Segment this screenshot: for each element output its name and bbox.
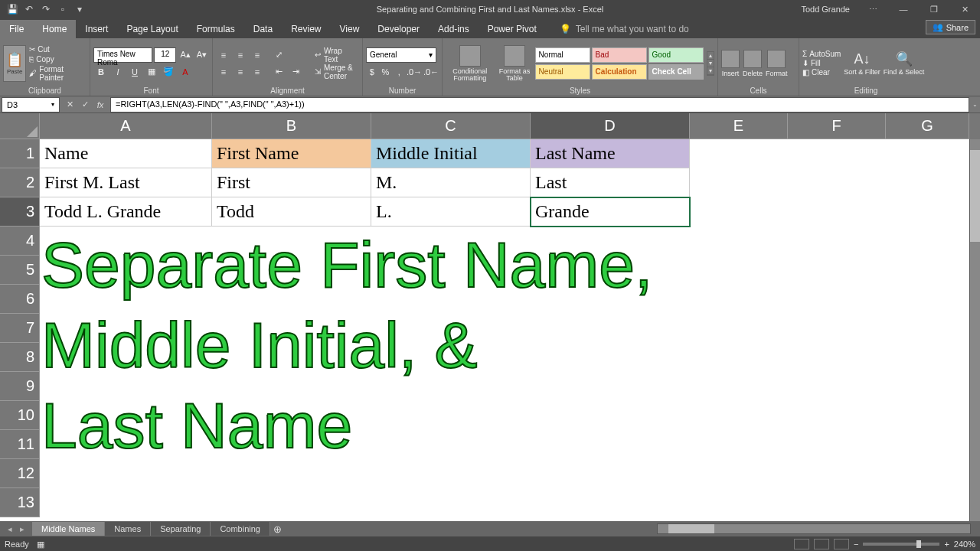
comma-format-button[interactable]: , bbox=[393, 64, 405, 80]
delete-cells-button[interactable]: Delete bbox=[743, 50, 763, 77]
cell-e3[interactable] bbox=[690, 197, 788, 227]
wrap-text-button[interactable]: ↩Wrap Text bbox=[311, 47, 359, 63]
share-button[interactable]: 👥 Share bbox=[926, 20, 975, 34]
find-select-button[interactable]: 🔍Find & Select bbox=[884, 51, 925, 76]
merge-center-button[interactable]: ⇲Merge & Center bbox=[311, 64, 359, 80]
row-10-cells[interactable] bbox=[40, 401, 969, 430]
tab-file[interactable]: File bbox=[0, 20, 33, 38]
formula-input[interactable]: =RIGHT(A3,LEN(A3)-FIND(" ",A3,FIND(" ",A… bbox=[110, 97, 969, 112]
col-header-e[interactable]: E bbox=[690, 113, 788, 139]
row-header-11[interactable]: 11 bbox=[0, 430, 40, 459]
align-bottom-button[interactable]: ≡ bbox=[250, 47, 265, 63]
sheet-nav-prev[interactable]: ◂ bbox=[5, 524, 15, 534]
new-icon[interactable]: ▫ bbox=[57, 3, 69, 15]
cell-a2[interactable]: First M. Last bbox=[40, 168, 212, 197]
zoom-in-button[interactable]: + bbox=[944, 540, 949, 549]
tab-formulas[interactable]: Formulas bbox=[188, 20, 244, 38]
macro-record-icon[interactable]: ▦ bbox=[37, 540, 44, 549]
row-12-cells[interactable] bbox=[40, 459, 969, 488]
align-left-button[interactable]: ≡ bbox=[216, 64, 231, 80]
row-header-9[interactable]: 9 bbox=[0, 372, 40, 401]
cell-d1[interactable]: Last Name bbox=[531, 139, 690, 168]
sort-filter-button[interactable]: A↓Sort & Filter bbox=[844, 51, 880, 76]
cut-button[interactable]: ✂Cut bbox=[29, 45, 87, 54]
tab-view[interactable]: View bbox=[331, 20, 369, 38]
cell-b2[interactable]: First bbox=[212, 168, 371, 197]
hscroll-thumb[interactable] bbox=[668, 524, 714, 533]
style-normal[interactable]: Normal bbox=[535, 47, 590, 63]
sheet-nav-next[interactable]: ▸ bbox=[17, 524, 28, 534]
style-calculation[interactable]: Calculation bbox=[592, 64, 647, 80]
close-button[interactable]: ✕ bbox=[949, 0, 980, 18]
col-header-g[interactable]: G bbox=[886, 113, 969, 139]
copy-button[interactable]: ⎘Copy bbox=[29, 55, 87, 64]
style-bad[interactable]: Bad bbox=[592, 47, 647, 63]
cell-a3[interactable]: Todd L. Grande bbox=[40, 197, 212, 227]
clear-button[interactable]: ◧Clear bbox=[802, 68, 841, 77]
row-5-cells[interactable] bbox=[40, 256, 969, 285]
style-check-cell[interactable]: Check Cell bbox=[648, 64, 704, 80]
row-4-cells[interactable] bbox=[40, 227, 969, 256]
tell-me-search[interactable]: 💡 Tell me what you want to do bbox=[554, 20, 695, 38]
tab-insert[interactable]: Insert bbox=[76, 20, 117, 38]
name-box[interactable]: D3▾ bbox=[2, 97, 60, 112]
row-header-5[interactable]: 5 bbox=[0, 256, 40, 285]
style-good[interactable]: Good bbox=[648, 47, 704, 63]
row-header-7[interactable]: 7 bbox=[0, 314, 40, 343]
expand-formula-bar-button[interactable]: ⌄ bbox=[969, 97, 980, 112]
zoom-thumb[interactable] bbox=[916, 540, 921, 548]
minimize-button[interactable]: — bbox=[888, 0, 919, 18]
tab-addins[interactable]: Add-ins bbox=[429, 20, 479, 38]
increase-indent-button[interactable]: ⇥ bbox=[288, 64, 303, 80]
cell-a1[interactable]: Name bbox=[40, 139, 212, 168]
row-11-cells[interactable] bbox=[40, 430, 969, 459]
page-break-view-button[interactable] bbox=[834, 539, 849, 549]
insert-function-button[interactable]: fx bbox=[93, 98, 107, 112]
format-as-table-button[interactable]: Format as Table bbox=[497, 45, 531, 82]
cell-e2[interactable] bbox=[690, 168, 788, 197]
accounting-format-button[interactable]: $ bbox=[366, 64, 378, 80]
gallery-up-button[interactable]: ▴ bbox=[707, 52, 714, 60]
row-7-cells[interactable] bbox=[40, 314, 969, 343]
cell-c3[interactable]: L. bbox=[371, 197, 531, 227]
tab-review[interactable]: Review bbox=[282, 20, 330, 38]
redo-icon[interactable]: ↷ bbox=[40, 3, 52, 15]
horizontal-scrollbar[interactable] bbox=[657, 523, 971, 534]
row-header-1[interactable]: 1 bbox=[0, 139, 40, 168]
bold-button[interactable]: B bbox=[93, 64, 109, 80]
font-size-select[interactable]: 12 bbox=[154, 47, 176, 63]
tab-data[interactable]: Data bbox=[244, 20, 282, 38]
col-header-b[interactable]: B bbox=[212, 113, 371, 139]
italic-button[interactable]: I bbox=[110, 64, 126, 80]
page-layout-view-button[interactable] bbox=[814, 539, 829, 549]
font-name-select[interactable]: Times New Roma bbox=[93, 47, 152, 63]
cell-g3[interactable] bbox=[886, 197, 969, 227]
format-cells-button[interactable]: Format bbox=[766, 50, 788, 77]
row-header-2[interactable]: 2 bbox=[0, 168, 40, 197]
sheet-tab-combining[interactable]: Combining bbox=[211, 522, 270, 536]
underline-button[interactable]: U bbox=[127, 64, 142, 80]
cell-b1[interactable]: First Name bbox=[212, 139, 371, 168]
align-top-button[interactable]: ≡ bbox=[216, 47, 231, 63]
save-icon[interactable]: 💾 bbox=[6, 3, 18, 15]
ribbon-options-icon[interactable]: ⋯ bbox=[858, 0, 888, 18]
select-all-button[interactable] bbox=[0, 113, 40, 139]
grow-font-button[interactable]: A▴ bbox=[178, 47, 192, 63]
undo-icon[interactable]: ↶ bbox=[23, 3, 35, 15]
row-header-8[interactable]: 8 bbox=[0, 343, 40, 372]
qat-dropdown-icon[interactable]: ▾ bbox=[74, 3, 86, 15]
cell-c2[interactable]: M. bbox=[371, 168, 531, 197]
col-header-a[interactable]: A bbox=[40, 113, 212, 139]
cell-f2[interactable] bbox=[788, 168, 886, 197]
increase-decimal-button[interactable]: .0→ bbox=[407, 64, 422, 80]
row-header-13[interactable]: 13 bbox=[0, 488, 40, 517]
restore-button[interactable]: ❐ bbox=[919, 0, 949, 18]
paste-button[interactable]: 📋 Paste bbox=[3, 45, 26, 82]
normal-view-button[interactable] bbox=[794, 539, 809, 549]
row-6-cells[interactable] bbox=[40, 285, 969, 314]
cell-f3[interactable] bbox=[788, 197, 886, 227]
align-center-button[interactable]: ≡ bbox=[233, 64, 248, 80]
insert-cells-button[interactable]: Insert bbox=[721, 50, 740, 77]
style-neutral[interactable]: Neutral bbox=[535, 64, 590, 80]
gallery-down-button[interactable]: ▾ bbox=[707, 60, 714, 67]
